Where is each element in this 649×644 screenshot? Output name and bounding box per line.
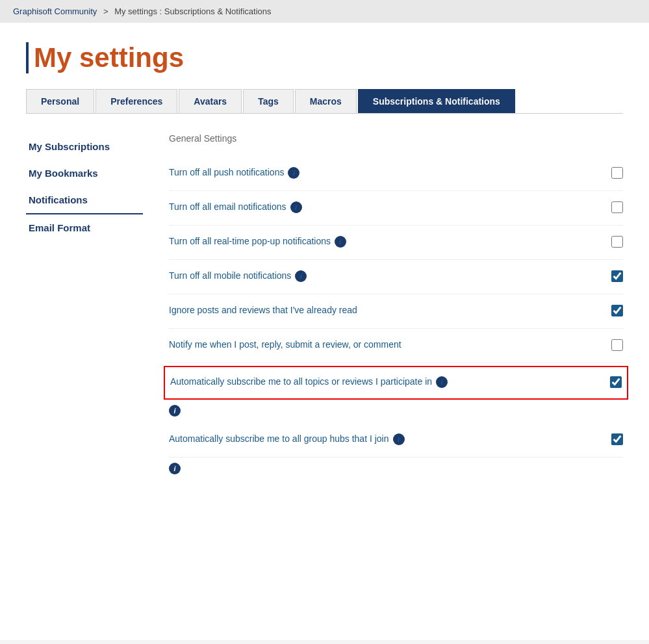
breadcrumb-site-link[interactable]: Graphisoft Community — [13, 6, 97, 16]
tab-personal[interactable]: Personal — [26, 89, 94, 113]
checkbox-email-notifications[interactable] — [611, 201, 623, 213]
breadcrumb-current: My settings : Subscriptions & Notificati… — [114, 6, 271, 16]
tab-avatars[interactable]: Avatars — [179, 89, 242, 113]
standalone-info-icon-auto-subscribe-hubs[interactable]: i — [169, 463, 181, 474]
standalone-info-auto-subscribe-hubs: i — [169, 461, 623, 474]
sidebar-item-notifications[interactable]: Notifications — [26, 187, 143, 214]
setting-row-ignore-read: Ignore posts and reviews that I've alrea… — [169, 294, 623, 329]
breadcrumb: Graphisoft Community > My settings : Sub… — [0, 0, 649, 23]
sidebar-item-email-format[interactable]: Email Format — [26, 214, 143, 241]
info-icon-mobile-notifications[interactable]: i — [295, 270, 307, 282]
setting-row-realtime-popup: Turn off all real-time pop-up notificati… — [169, 225, 623, 260]
setting-row-email-notifications: Turn off all email notificationsi — [169, 191, 623, 225]
settings-panel: General Settings Turn off all push notif… — [169, 133, 623, 481]
setting-label-email-notifications: Turn off all email notificationsi — [169, 200, 302, 214]
info-icon-auto-subscribe-topics[interactable]: i — [436, 376, 448, 388]
checkbox-ignore-read[interactable] — [611, 305, 623, 316]
tabs-bar: PersonalPreferencesAvatarsTagsMacrosSubs… — [26, 89, 623, 114]
info-icon-auto-subscribe-hubs[interactable]: i — [393, 433, 405, 445]
section-title: General Settings — [169, 133, 623, 144]
checkbox-auto-subscribe-hubs[interactable] — [611, 433, 623, 445]
breadcrumb-separator: > — [103, 6, 108, 16]
setting-label-push-notifications: Turn off all push notificationsi — [169, 166, 299, 179]
info-icon-push-notifications[interactable]: i — [288, 167, 299, 179]
checkbox-auto-subscribe-topics[interactable] — [610, 376, 622, 388]
page-title: My settings — [26, 42, 623, 73]
setting-row-push-notifications: Turn off all push notificationsi — [169, 157, 623, 191]
info-icon-email-notifications[interactable]: i — [290, 201, 302, 213]
setting-row-notify-post: Notify me when I post, reply, submit a r… — [169, 329, 623, 363]
checkbox-realtime-popup[interactable] — [611, 236, 623, 248]
setting-row-auto-subscribe-topics: Automatically subscribe me to all topics… — [164, 366, 628, 400]
setting-label-realtime-popup: Turn off all real-time pop-up notificati… — [169, 235, 346, 248]
checkbox-mobile-notifications[interactable] — [611, 270, 623, 282]
tab-macros[interactable]: Macros — [295, 89, 357, 113]
tab-tags[interactable]: Tags — [243, 89, 294, 113]
setting-label-auto-subscribe-hubs: Automatically subscribe me to all group … — [169, 432, 405, 446]
tab-subscriptions[interactable]: Subscriptions & Notifications — [358, 89, 515, 113]
tab-preferences[interactable]: Preferences — [95, 89, 177, 113]
checkbox-push-notifications[interactable] — [611, 167, 623, 179]
info-icon-realtime-popup[interactable]: i — [335, 236, 346, 248]
standalone-info-icon-auto-subscribe-topics[interactable]: i — [169, 405, 181, 417]
sidebar: My SubscriptionsMy BookmarksNotification… — [26, 133, 143, 481]
setting-label-auto-subscribe-topics: Automatically subscribe me to all topics… — [170, 375, 448, 389]
sidebar-item-my-subscriptions[interactable]: My Subscriptions — [26, 133, 143, 160]
setting-label-notify-post: Notify me when I post, reply, submit a r… — [169, 338, 401, 352]
setting-row-auto-subscribe-hubs: Automatically subscribe me to all group … — [169, 423, 623, 457]
standalone-info-auto-subscribe-topics: i — [169, 404, 623, 417]
sidebar-item-my-bookmarks[interactable]: My Bookmarks — [26, 160, 143, 187]
setting-label-ignore-read: Ignore posts and reviews that I've alrea… — [169, 303, 357, 317]
setting-row-mobile-notifications: Turn off all mobile notificationsi — [169, 260, 623, 294]
checkbox-notify-post[interactable] — [611, 339, 623, 351]
setting-label-mobile-notifications: Turn off all mobile notificationsi — [169, 269, 307, 283]
